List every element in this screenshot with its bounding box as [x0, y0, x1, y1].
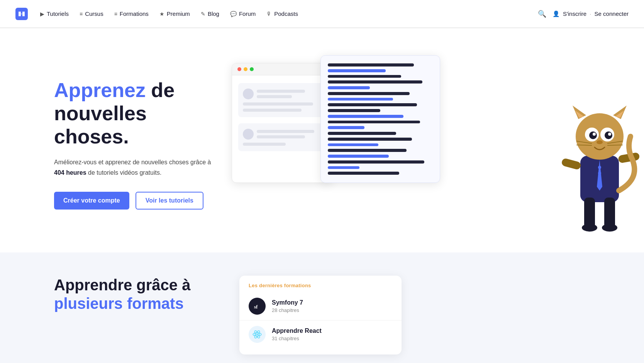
code-line — [328, 63, 414, 66]
svg-line-27 — [607, 145, 623, 145]
hero-section: Apprenez de nouvelles choses. Améliorez-… — [0, 28, 644, 252]
nav-link-forum[interactable]: 💬 Forum — [230, 10, 256, 17]
code-line — [328, 121, 420, 124]
mock-line — [257, 130, 314, 133]
hero-desc-after: de tutoriels vidéos gratuits. — [86, 169, 162, 176]
code-line — [328, 103, 417, 106]
nav-link-tutoriels[interactable]: ▶ Tutoriels — [40, 10, 69, 17]
nav-link-podcasts-label: Podcasts — [274, 10, 298, 17]
nav-auth: 👤 S'inscrire · Se connecter — [552, 10, 629, 17]
nav-signup[interactable]: S'inscrire — [563, 10, 586, 17]
code-line — [328, 138, 412, 141]
symfony-name: Symfony 7 — [272, 299, 303, 306]
create-account-button[interactable]: Créer votre compte — [54, 192, 129, 210]
browser-topbar-left — [232, 63, 332, 75]
code-line — [328, 80, 422, 84]
svg-point-32 — [256, 334, 258, 335]
code-line — [328, 160, 424, 164]
formation-item-react[interactable]: Apprendre React 31 chapitres — [239, 320, 402, 348]
bottom-title-line2: plusieurs formats — [54, 295, 184, 312]
code-line — [328, 132, 396, 135]
symfony-chapters: 28 chapitres — [272, 307, 303, 313]
svg-point-23 — [597, 140, 603, 144]
code-line — [328, 149, 407, 152]
svg-point-3 — [598, 166, 601, 169]
nav-link-formations-label: Formations — [120, 10, 149, 17]
react-chapters: 31 chapitres — [272, 336, 322, 341]
dot-green — [250, 67, 254, 71]
mascot-character — [555, 55, 644, 233]
nav-link-podcasts[interactable]: 🎙 Podcasts — [266, 10, 298, 17]
hero-desc-before: Améliorez-vous et apprenez de nouvelles … — [54, 159, 211, 165]
nav-link-forum-label: Forum — [239, 10, 256, 17]
code-line — [328, 155, 389, 158]
code-line — [328, 86, 370, 89]
nav-link-formations[interactable]: ≡ Formations — [114, 10, 149, 17]
nav-link-cursus[interactable]: ≡ Cursus — [80, 10, 103, 17]
browser-mockup-right — [320, 55, 440, 183]
mock-circle — [243, 129, 254, 140]
code-line — [328, 166, 359, 169]
code-line — [328, 172, 399, 175]
code-line — [328, 115, 403, 118]
hero-desc-bold: 404 heures — [54, 169, 86, 176]
hero-illustration — [232, 55, 629, 233]
nav-link-premium-label: Premium — [167, 10, 190, 17]
nav-sep: · — [590, 10, 591, 17]
svg-point-21 — [593, 133, 596, 136]
formations-icon: ≡ — [114, 11, 117, 17]
bottom-section: Apprendre grâce à plusieurs formats Les … — [0, 252, 644, 363]
svg-text:sf: sf — [254, 304, 258, 310]
navbar: ▶ Tutoriels ≡ Cursus ≡ Formations ★ Prem… — [0, 0, 644, 28]
svg-point-8 — [602, 224, 617, 232]
mock-card-1 — [238, 83, 325, 117]
code-line — [328, 143, 378, 147]
hero-title: Apprenez de nouvelles choses. — [54, 79, 216, 148]
logo[interactable] — [15, 8, 28, 20]
dot-yellow — [244, 67, 247, 71]
mock-line — [257, 90, 305, 93]
nav-login[interactable]: Se connecter — [595, 10, 629, 17]
symfony-info: Symfony 7 28 chapitres — [272, 299, 303, 313]
svg-point-12 — [576, 113, 624, 160]
svg-point-7 — [582, 224, 597, 232]
nav-link-cursus-label: Cursus — [85, 10, 103, 17]
formations-card-label: Les dernières formations — [239, 276, 402, 292]
nav-auth-icon: 👤 — [552, 10, 560, 17]
symfony-icon: sf — [249, 298, 266, 315]
nav-link-blog[interactable]: ✎ Blog — [201, 10, 219, 17]
mock-line — [257, 135, 305, 138]
browser-body-left — [232, 75, 332, 159]
code-line — [328, 69, 386, 72]
nav-link-premium[interactable]: ★ Premium — [159, 10, 190, 17]
hero-title-highlight: Apprenez — [54, 79, 146, 101]
bottom-title: Apprendre grâce à plusieurs formats — [54, 276, 208, 313]
see-tutorials-button[interactable]: Voir les tutoriels — [136, 192, 203, 210]
premium-icon: ★ — [159, 11, 164, 17]
svg-point-22 — [608, 133, 611, 136]
formation-item-symfony[interactable]: sf Symfony 7 28 chapitres — [239, 292, 402, 320]
nav-link-tutoriels-label: Tutoriels — [47, 10, 69, 17]
code-line — [328, 92, 410, 95]
hero-desc: Améliorez-vous et apprenez de nouvelles … — [54, 157, 216, 178]
formations-card: Les dernières formations sf Symfony 7 28… — [239, 276, 402, 354]
bottom-title-line1: Apprendre grâce à — [54, 276, 190, 293]
code-line — [328, 109, 380, 112]
mock-line — [243, 109, 302, 112]
search-icon[interactable]: 🔍 — [538, 10, 546, 18]
browser-mockup-left — [232, 63, 332, 183]
code-line — [328, 126, 364, 129]
svg-line-25 — [576, 145, 592, 145]
react-icon — [249, 326, 266, 343]
code-line — [328, 98, 393, 101]
svg-point-19 — [589, 131, 597, 139]
hero-buttons: Créer votre compte Voir les tutoriels — [54, 192, 216, 210]
code-line — [328, 75, 401, 78]
forum-icon: 💬 — [230, 11, 237, 17]
svg-point-20 — [605, 131, 612, 139]
bottom-left: Apprendre grâce à plusieurs formats — [54, 276, 208, 313]
podcasts-icon: 🎙 — [266, 11, 272, 17]
tutoriels-icon: ▶ — [40, 11, 44, 17]
nav-link-blog-label: Blog — [208, 10, 219, 17]
svg-rect-9 — [561, 158, 581, 170]
